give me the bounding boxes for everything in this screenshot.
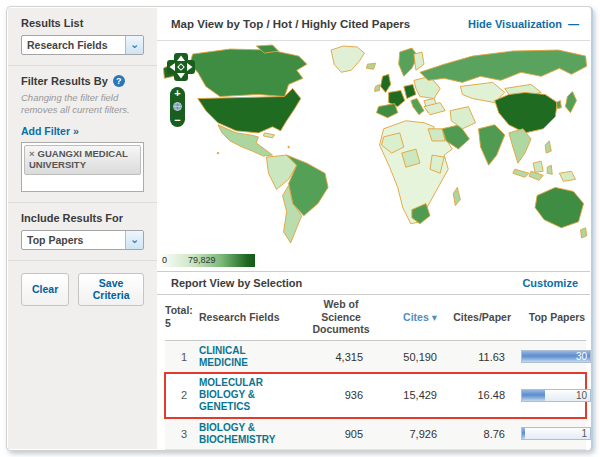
- filter-note: Changing the filter field removes all cu…: [21, 92, 144, 116]
- active-filters-listbox: ×GUANGXI MEDICAL UNIVERSITY: [21, 142, 144, 192]
- include-results-select[interactable]: Top Papers ⌄: [21, 230, 144, 250]
- results-table: Total: 5 Research Fields Web of Science …: [157, 295, 590, 451]
- table-header-row: Total: 5 Research Fields Web of Science …: [165, 295, 586, 341]
- include-results-label: Include Results For: [21, 212, 144, 224]
- field-link-clinical-medicine[interactable]: CLINICAL MEDICINE: [199, 345, 303, 369]
- clear-button[interactable]: Clear: [21, 273, 69, 306]
- documents-value: 4,315: [303, 351, 379, 363]
- zoom-out-button[interactable]: −: [174, 115, 180, 125]
- cites-label: Cites: [403, 311, 429, 323]
- column-cites-sort[interactable]: Cites ▾: [379, 311, 447, 324]
- top-papers-bar: 1: [521, 427, 591, 440]
- map-header: Map View by Top / Hot / Highly Cited Pap…: [157, 8, 590, 41]
- sort-arrow-icon: ▾: [432, 311, 437, 323]
- add-filter-link[interactable]: Add Filter »: [21, 125, 79, 137]
- zoom-control: + −: [170, 87, 185, 127]
- hide-visualization-link[interactable]: Hide Visualization —: [468, 18, 578, 30]
- total-count: Total: 5: [165, 304, 199, 329]
- zoom-in-button[interactable]: +: [174, 88, 180, 98]
- pan-control[interactable]: [166, 52, 196, 82]
- column-research-fields: Research Fields: [199, 311, 303, 324]
- field-link-biology-biochemistry[interactable]: BIOLOGY & BIOCHEMISTRY: [199, 422, 303, 446]
- filter-tag-guangxi-medical-university[interactable]: ×GUANGXI MEDICAL UNIVERSITY: [24, 145, 141, 175]
- table-row: 4 PHARMACOLOG Y & TOXICOLOGY 566 6,788 1…: [165, 450, 586, 451]
- map-controls: + −: [166, 52, 196, 127]
- top-papers-value: 10: [576, 390, 587, 402]
- actions-section: Clear Save Criteria: [8, 261, 157, 316]
- sidebar: Results List Research Fields ⌄ Filter Re…: [8, 8, 157, 449]
- top-papers-bar: 30: [521, 350, 591, 363]
- customize-link[interactable]: Customize: [522, 277, 578, 289]
- globe-icon[interactable]: [173, 102, 182, 111]
- chevron-down-icon: ⌄: [125, 231, 143, 249]
- table-row: 3 BIOLOGY & BIOCHEMISTRY 905 7,926 8.76 …: [165, 418, 586, 451]
- documents-value: 905: [303, 428, 379, 440]
- row-rank: 1: [165, 351, 199, 363]
- results-list-select[interactable]: Research Fields ⌄: [21, 35, 144, 55]
- cites-per-paper-value: 11.63: [447, 351, 519, 363]
- column-cites-per-paper: Cites/Paper: [447, 311, 519, 324]
- save-criteria-button[interactable]: Save Criteria: [78, 273, 144, 306]
- main-panel: Map View by Top / Hot / Highly Cited Pap…: [157, 8, 590, 449]
- results-list-section: Results List Research Fields ⌄: [8, 8, 157, 66]
- row-rank: 2: [165, 389, 199, 401]
- include-results-section: Include Results For Top Papers ⌄: [8, 203, 157, 261]
- table-row: 1 CLINICAL MEDICINE 4,315 50,190 11.63 3…: [165, 341, 586, 374]
- table-row: 2 MOLECULAR BIOLOGY & GENETICS 936 15,42…: [165, 373, 586, 417]
- cites-value: 50,190: [379, 351, 447, 363]
- cites-value: 15,429: [379, 389, 447, 401]
- column-top-papers: Top Papers: [519, 311, 593, 324]
- chevron-down-icon: ⌄: [125, 36, 143, 54]
- report-header: Report View by Selection Customize: [157, 271, 590, 295]
- row-rank: 3: [165, 428, 199, 440]
- top-papers-value: 30: [576, 351, 587, 363]
- results-list-selected-value: Research Fields: [22, 36, 125, 54]
- legend-min-value: 0: [162, 255, 167, 265]
- filter-section: Filter Results By ? Changing the filter …: [8, 66, 157, 203]
- results-list-label: Results List: [21, 17, 144, 29]
- top-papers-bar: 10: [521, 389, 591, 402]
- remove-filter-icon[interactable]: ×: [29, 148, 35, 159]
- include-results-selected-value: Top Papers: [22, 231, 125, 249]
- top-papers-value: 1: [581, 428, 587, 440]
- cites-per-paper-value: 8.76: [447, 428, 519, 440]
- map-legend: 0 79,829: [160, 254, 255, 267]
- cites-value: 7,926: [379, 428, 447, 440]
- collapse-icon: —: [568, 18, 578, 30]
- help-icon[interactable]: ?: [113, 75, 125, 87]
- app-window: Results List Research Fields ⌄ Filter Re…: [6, 6, 593, 451]
- map-view-title: Map View by Top / Hot / Highly Cited Pap…: [171, 18, 410, 30]
- filter-results-by-label: Filter Results By: [21, 75, 108, 87]
- filter-tag-label: GUANGXI MEDICAL UNIVERSITY: [29, 148, 128, 170]
- report-view-title: Report View by Selection: [171, 277, 302, 289]
- hide-visualization-label: Hide Visualization: [468, 18, 562, 30]
- world-map-visualization[interactable]: + − 0 79,829: [157, 41, 590, 271]
- cites-per-paper-value: 16.48: [447, 389, 519, 401]
- column-documents: Web of Science Documents: [303, 298, 379, 336]
- world-choropleth-map[interactable]: [159, 44, 589, 246]
- legend-max-value: 79,829: [188, 255, 216, 265]
- field-link-molecular-biology-genetics[interactable]: MOLECULAR BIOLOGY & GENETICS: [199, 377, 303, 412]
- documents-value: 936: [303, 389, 379, 401]
